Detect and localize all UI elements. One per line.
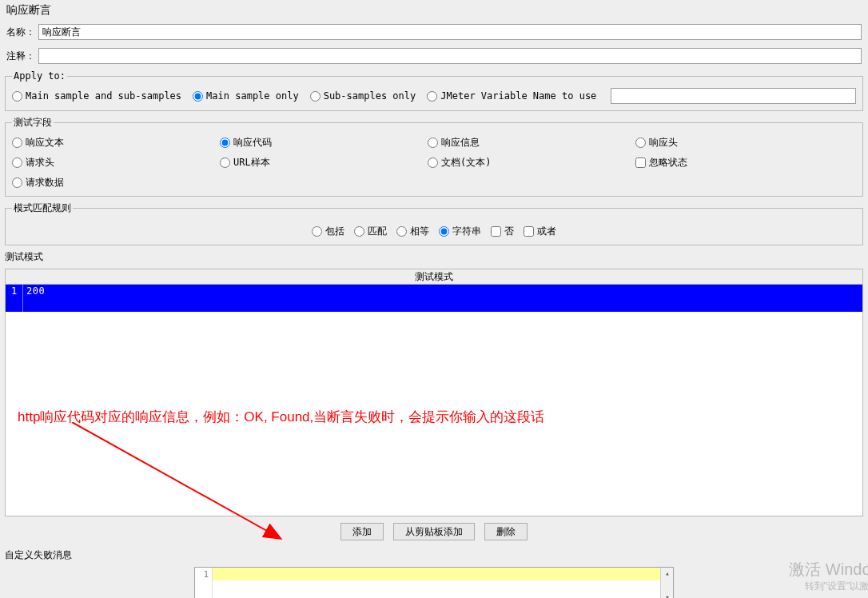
apply-to-fieldset: Apply to: Main sample and sub-samples Ma… xyxy=(5,70,863,111)
radio-equals[interactable] xyxy=(396,226,407,237)
match-rules-fieldset: 模式匹配规则 包括 匹配 相等 字符串 否 或者 xyxy=(5,201,863,245)
fail-msg-section: 自定义失败消息 1 ▴ ▾ xyxy=(5,547,863,598)
editor-content[interactable] xyxy=(213,568,660,598)
radio-substring[interactable] xyxy=(439,226,449,237)
field-document[interactable]: 文档(文本) xyxy=(428,156,635,169)
test-field-legend: 测试字段 xyxy=(12,116,54,130)
rule-or[interactable]: 或者 xyxy=(524,225,556,238)
checkbox-or[interactable] xyxy=(524,226,534,237)
scroll-up-icon[interactable]: ▴ xyxy=(661,568,674,579)
rule-substring[interactable]: 字符串 xyxy=(439,225,481,238)
apply-opt-sub-only[interactable]: Sub-samples only xyxy=(310,90,416,102)
field-ignore-status[interactable]: 忽略状态 xyxy=(635,156,856,169)
apply-opt-variable[interactable]: JMeter Variable Name to use xyxy=(427,90,596,102)
rule-contains[interactable]: 包括 xyxy=(312,225,344,238)
row-index: 1 xyxy=(6,285,23,312)
apply-to-legend: Apply to: xyxy=(12,70,67,82)
checkbox-not[interactable] xyxy=(491,226,501,237)
apply-opt-main-and-sub[interactable]: Main sample and sub-samples xyxy=(12,90,181,102)
field-response-message[interactable]: 响应信息 xyxy=(428,136,635,150)
editor-scrollbar[interactable]: ▴ ▾ xyxy=(660,568,673,598)
scroll-down-icon[interactable]: ▾ xyxy=(661,592,674,598)
checkbox-ignore-status[interactable] xyxy=(635,157,646,168)
radio-variable[interactable] xyxy=(427,91,437,102)
radio-document[interactable] xyxy=(428,157,438,168)
name-label: 名称： xyxy=(6,26,35,39)
radio-matches[interactable] xyxy=(354,226,364,237)
rule-matches[interactable]: 匹配 xyxy=(354,225,387,238)
comment-label: 注释： xyxy=(6,50,35,63)
radio-request-data[interactable] xyxy=(12,177,22,188)
patterns-section: 测试模式 测试模式 1 200 添加 从剪贴板添加 删除 xyxy=(5,249,863,544)
radio-response-message[interactable] xyxy=(428,138,438,148)
variable-name-input[interactable] xyxy=(611,88,856,104)
row-value[interactable]: 200 xyxy=(23,285,862,312)
radio-request-headers[interactable] xyxy=(12,157,22,168)
apply-opt-main-only[interactable]: Main sample only xyxy=(193,90,299,102)
radio-response-headers[interactable] xyxy=(635,138,646,148)
field-response-headers[interactable]: 响应头 xyxy=(635,136,856,150)
watermark-line1: 激活 Windows xyxy=(789,559,868,580)
table-row[interactable]: 1 200 xyxy=(6,285,862,312)
field-url-sample[interactable]: URL样本 xyxy=(220,156,428,169)
annotation-text: http响应代码对应的响应信息，例如：OK, Found,当断言失败时，会提示你… xyxy=(18,408,544,426)
patterns-table-body[interactable]: 1 200 xyxy=(5,285,863,516)
field-request-headers[interactable]: 请求头 xyxy=(12,156,220,169)
patterns-table-header: 测试模式 xyxy=(5,269,863,285)
radio-response-code[interactable] xyxy=(220,138,230,148)
add-button[interactable]: 添加 xyxy=(340,523,384,540)
delete-button[interactable]: 删除 xyxy=(484,523,528,540)
radio-contains[interactable] xyxy=(312,226,322,237)
radio-main-only[interactable] xyxy=(193,91,203,102)
rule-equals[interactable]: 相等 xyxy=(396,225,429,238)
comment-input[interactable] xyxy=(38,48,862,64)
radio-main-and-sub[interactable] xyxy=(12,91,22,102)
radio-response-text[interactable] xyxy=(12,138,22,148)
add-from-clipboard-button[interactable]: 从剪贴板添加 xyxy=(393,523,475,540)
radio-sub-only[interactable] xyxy=(310,91,321,102)
fail-msg-editor[interactable]: 1 ▴ ▾ xyxy=(194,567,674,598)
editor-gutter: 1 xyxy=(195,568,213,598)
rule-not[interactable]: 否 xyxy=(491,225,514,238)
field-request-data[interactable]: 请求数据 xyxy=(12,176,220,189)
fail-msg-legend: 自定义失败消息 xyxy=(5,547,863,564)
patterns-legend: 测试模式 xyxy=(5,249,863,265)
field-response-text[interactable]: 响应文本 xyxy=(12,136,220,150)
radio-url-sample[interactable] xyxy=(220,157,230,168)
test-field-fieldset: 测试字段 响应文本 响应代码 响应信息 响应头 请求头 URL样本 文档(文本) xyxy=(5,116,863,197)
match-rules-legend: 模式匹配规则 xyxy=(12,201,73,215)
field-response-code[interactable]: 响应代码 xyxy=(220,136,428,150)
name-input[interactable] xyxy=(38,24,862,40)
watermark-line2: 转到"设置"以激活 W xyxy=(805,580,868,593)
page-title: 响应断言 xyxy=(0,0,868,22)
